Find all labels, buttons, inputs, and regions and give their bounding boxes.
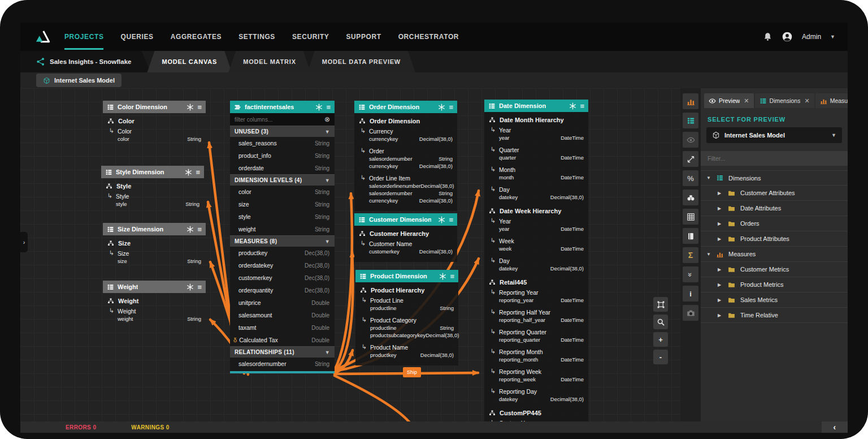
panel-tab-dimensions[interactable]: Dimensions ✕	[755, 93, 814, 108]
tab-model-matrix[interactable]: MODEL MATRIX	[228, 51, 311, 72]
table-order-dimension[interactable]: Order Dimension ≡ Order Dimension ↳ Curr…	[354, 101, 457, 211]
toolbar-preview-button[interactable]	[683, 132, 698, 148]
section-dimension-levels[interactable]: DIMENSION LEVELS (4)▼	[230, 174, 335, 186]
caret-right-icon[interactable]: ▶	[718, 313, 723, 318]
attribute-row[interactable]: ↳ Year yearDateTime	[484, 125, 588, 145]
clear-filter-icon[interactable]: ⊗	[324, 115, 330, 123]
attribute-row[interactable]: ↳ Custom Year reporting_yearDateTime	[484, 418, 588, 421]
zoom-out-button[interactable]: -	[653, 350, 668, 364]
attribute-row[interactable]: ↳ Product Name productkeyDecimal(38,0)	[355, 342, 458, 362]
table-weight[interactable]: Weight ≡ Weight ↳ Weight weightString	[103, 281, 206, 329]
fact-column-row[interactable]: orderdatekeyDec(38,0)	[230, 259, 335, 272]
toolbar-grid-button[interactable]	[683, 209, 698, 225]
table-menu-icon[interactable]: ≡	[449, 216, 453, 223]
section-unused[interactable]: UNUSED (3)▼	[230, 126, 335, 137]
panel-tab-preview[interactable]: Preview ✕	[704, 93, 754, 108]
tab-model-data-preview[interactable]: MODEL DATA PREVIEW	[307, 51, 415, 72]
attribute-row[interactable]: ↳ Product Category productlineString pro…	[355, 315, 458, 342]
attribute-row[interactable]: ↳ Order Line Item salesorderlinenumberDe…	[354, 173, 457, 208]
table-date-dimension[interactable]: Date Dimension ≡ Date Month Hierarchy ↳ …	[484, 100, 588, 421]
nav-item-queries[interactable]: QUERIES	[120, 23, 153, 51]
warnings-status[interactable]: WARNINGS 0	[131, 424, 169, 431]
fact-column-row[interactable]: orderdateString	[230, 162, 335, 174]
caret-right-icon[interactable]: ▶	[718, 298, 723, 303]
model-canvas[interactable]: Color Dimension ≡ Color ↳ Color colorStr…	[20, 88, 680, 421]
fact-column-row[interactable]: unitpriceDouble	[230, 296, 335, 309]
section-relationships[interactable]: RELATIONSHIPS (11)▼	[230, 346, 335, 358]
toolbar-dimensions-button[interactable]	[683, 113, 698, 128]
model-select-dropdown[interactable]: Internet Sales Model ▼	[706, 127, 842, 143]
table-color-dimension[interactable]: Color Dimension ≡ Color ↳ Color colorStr…	[103, 101, 206, 149]
table-size-dimension[interactable]: Size Dimension ≡ Size ↳ Size sizeString	[103, 223, 206, 272]
fact-column-row[interactable]: salesordernumberString	[230, 358, 335, 370]
table-factinternetsales[interactable]: factinternetsales ≡ ⊗ UNUSED (3)▼ sales_…	[230, 101, 335, 373]
attribute-row[interactable]: ↳ Day datekeyDecimal(38,0)	[484, 256, 588, 276]
caret-right-icon[interactable]: ▶	[718, 267, 723, 272]
caret-right-icon[interactable]: ▶	[718, 206, 723, 211]
brand-logo[interactable]	[20, 23, 64, 51]
tree-item-time-relative[interactable]: ▶ Time Relative	[701, 308, 848, 323]
nav-item-support[interactable]: SUPPORT	[346, 23, 381, 51]
user-avatar[interactable]	[782, 31, 793, 42]
toolbar-find-button[interactable]	[683, 190, 698, 205]
toolbar-percentage-button[interactable]: %	[683, 170, 698, 186]
tree-item-date-attributes[interactable]: ▶ Date Attributes	[701, 201, 848, 216]
table-menu-icon[interactable]: ≡	[326, 104, 331, 111]
toolbar-connections-button[interactable]	[683, 151, 698, 167]
canvas-search-button[interactable]	[653, 315, 668, 329]
fact-column-row[interactable]: colorString	[230, 186, 335, 198]
caret-right-icon[interactable]: ▶	[718, 221, 723, 226]
nav-item-orchestrator[interactable]: ORCHESTRATOR	[398, 23, 459, 51]
fact-filter-input[interactable]	[235, 117, 321, 123]
project-tab[interactable]: Sales Insights - Snowflake	[20, 51, 150, 72]
caret-right-icon[interactable]: ▶	[718, 282, 723, 287]
nav-item-settings[interactable]: SETTINGS	[238, 23, 275, 51]
close-icon[interactable]: ✕	[804, 97, 809, 105]
fact-filter[interactable]: ⊗	[230, 113, 335, 126]
table-menu-icon[interactable]: ≡	[197, 283, 202, 291]
fact-column-row[interactable]: sizeString	[230, 198, 335, 210]
fact-column-row[interactable]: orderquantityDec(38,0)	[230, 284, 335, 296]
attribute-row[interactable]: ↳ Reporting Year reporting_yearDateTime	[484, 287, 588, 307]
tree-section-dimensions[interactable]: ▼ Dimensions	[701, 170, 848, 186]
fit-to-screen-button[interactable]	[653, 297, 668, 312]
attribute-row[interactable]: ↳ Reporting Half Year reporting_half_yea…	[484, 307, 588, 327]
attribute-row[interactable]: ↳ Day datekeyDecimal(38,0)	[484, 184, 588, 204]
tree-item-product-attributes[interactable]: ▶ Product Attributes	[701, 231, 848, 247]
toolbar-snapshot-button[interactable]	[683, 305, 698, 321]
notifications-bell-icon[interactable]	[763, 32, 772, 42]
table-menu-icon[interactable]: ≡	[196, 169, 200, 176]
fact-horizontal-scrollbar[interactable]	[230, 371, 335, 373]
attribute-row[interactable]: ↳ Reporting Day datekeyDecimal(38,0)	[484, 386, 588, 406]
left-panel-expander[interactable]: ›	[20, 232, 28, 252]
attribute-row[interactable]: ↳ Size sizeString	[103, 248, 206, 268]
fact-column-row[interactable]: taxamtDouble	[230, 321, 335, 334]
fact-column-row[interactable]: product_infoString	[230, 149, 335, 162]
fact-column-row[interactable]: weightString	[230, 223, 335, 235]
toolbar-dictionary-button[interactable]	[683, 228, 698, 244]
tab-model-canvas[interactable]: MODEL CANVAS	[147, 51, 232, 72]
fact-column-row[interactable]: salesamountDouble	[230, 309, 335, 321]
tree-section-measures[interactable]: ▼ Measures	[701, 247, 848, 262]
panel-filter-input[interactable]	[708, 155, 841, 162]
errors-status[interactable]: ERRORS 0	[66, 424, 96, 431]
model-chip-button[interactable]: Internet Sales Model	[36, 74, 121, 87]
attribute-row[interactable]: ↳ Style styleString	[101, 191, 204, 211]
fact-column-row[interactable]: customerkeyDec(38,0)	[230, 272, 335, 284]
caret-down-icon[interactable]: ▼	[706, 175, 711, 180]
table-menu-icon[interactable]: ≡	[449, 104, 453, 111]
attribute-row[interactable]: ↳ Order salesordernumberString currencyk…	[354, 146, 457, 173]
user-menu-caret-icon[interactable]: ▼	[830, 34, 835, 40]
attribute-row[interactable]: ↳ Customer Name customerkeyDecimal(38,0)	[354, 239, 457, 259]
caret-right-icon[interactable]: ▶	[718, 236, 723, 242]
zoom-in-button[interactable]: +	[653, 332, 668, 347]
attribute-row[interactable]: ↳ Color colorString	[103, 126, 206, 146]
table-product-dimension[interactable]: Product Dimension ≡ Product Hierarchy ↳ …	[355, 270, 458, 365]
table-menu-icon[interactable]: ≡	[197, 226, 202, 233]
table-style-dimension[interactable]: Style Dimension ≡ Style ↳ Style styleStr…	[101, 166, 204, 214]
attribute-row[interactable]: ↳ Week weekDateTime	[484, 236, 588, 256]
nav-item-projects[interactable]: PROJECTS	[64, 23, 103, 51]
table-customer-dimension[interactable]: Customer Dimension ≡ Customer Hierarchy …	[354, 213, 457, 262]
tree-item-customer-metrics[interactable]: ▶ Customer Metrics	[701, 262, 848, 277]
nav-item-security[interactable]: SECURITY	[292, 23, 329, 51]
